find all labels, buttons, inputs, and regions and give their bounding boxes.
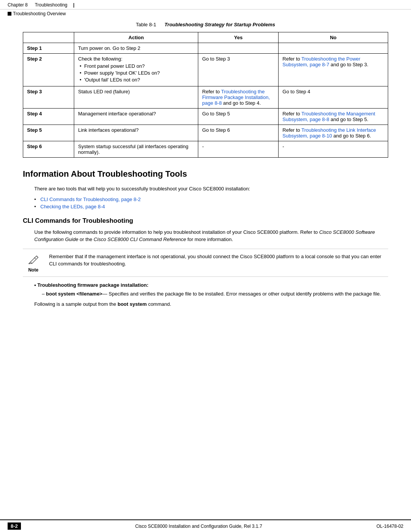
step3-no: Go to Step 4 [279,86,388,109]
list-item: 'Output fail' LEDs not on? [78,77,194,83]
step4-no-link[interactable]: Troubleshooting the Management Subsystem… [282,111,375,122]
table-row: Step 2 Check the following: Front panel … [23,54,388,86]
page-footer: 8-2 Cisco SCE8000 Installation and Confi… [0,519,411,532]
note-box: Note Remember that if the management int… [23,249,388,277]
table-row: Step 1 Turn power on. Go to Step 2 [23,43,388,54]
cli-ref1: Cisco SCE8000 Software Configuration Gui… [34,229,375,243]
info-intro: There are two tools that will help you t… [34,185,388,193]
step1-action: Turn power on. Go to Step 2 [74,43,198,54]
list-item: CLI Commands for Troubleshooting, page 8… [34,197,388,202]
dash-item: boot system <filename>— Specifies and ve… [42,290,388,298]
note-label: Note [28,267,38,273]
sample-output-text: Following is a sample output from the bo… [34,300,388,308]
firmware-bullet-heading: Troubleshooting firmware package install… [34,282,388,288]
step-label: Step 5 [27,127,42,133]
breadcrumb: Troubleshooting Overview [0,10,411,18]
step5-no-link[interactable]: Troubleshooting the Link Interface Subsy… [282,127,376,139]
info-link-leds[interactable]: Checking the LEDs, page 8-4 [40,204,105,209]
col-header-no: No [279,32,388,43]
step-label: Step 3 [27,89,42,94]
list-item: Checking the LEDs, page 8-4 [34,204,388,209]
table-row: Step 5 Link interfaces operational? Go t… [23,125,388,141]
cli-ref2: Cisco SCE8000 CLI Command Reference [94,236,186,242]
cli-section-heading: CLI Commands for Troubleshooting [23,217,388,225]
list-item: Power supply 'Input OK' LEDs on? [78,70,194,76]
list-item: Front panel power LED on? [78,63,194,69]
table-row: Step 3 Status LED red (failure) Refer to… [23,86,388,109]
step-label: Step 6 [27,144,42,149]
note-text: Remember that if the management interfac… [49,253,388,268]
col-header-action: Action [74,32,198,43]
step3-yes: Refer to Troubleshooting the Firmware Pa… [198,86,279,109]
step6-action: System startup successful (all interface… [74,141,198,158]
page-header: Chapter 8 Troubleshooting | [0,0,411,10]
chapter-title: Troubleshooting [35,2,67,8]
step2-yes: Go to Step 3 [198,54,279,86]
footer-right-text: OL-16478-02 [376,524,403,529]
step4-yes: Go to Step 5 [198,109,279,125]
step2-bullets: Front panel power LED on? Power supply '… [78,63,194,83]
table-header-row: Action Yes No [23,32,388,43]
table-title-text: Troubleshooting Strategy for Startup Pro… [164,22,275,27]
boot-system-cmd: boot system [118,301,147,307]
table-row: Step 4 Management interface operational?… [23,109,388,125]
step-label: Step 4 [27,111,42,117]
footer-page-number: 8-2 [8,522,21,530]
step-label: Step 2 [27,56,42,62]
breadcrumb-icon [8,12,11,16]
step2-no: Refer to Troubleshooting the Power Subsy… [279,54,388,86]
header-pipe: | [73,2,74,8]
step2-action: Check the following: Front panel power L… [74,54,198,86]
col-header-yes: Yes [198,32,279,43]
main-content: Table 8-1 Troubleshooting Strategy for S… [0,18,411,319]
troubleshooting-table: Action Yes No Step 1 Turn power on. Go t… [23,32,388,158]
step3-yes-link[interactable]: Troubleshooting the Firmware Package Ins… [202,89,270,106]
info-link-cli[interactable]: CLI Commands for Troubleshooting, page 8… [40,197,141,202]
dash-cmd: boot system <filename> [46,291,102,297]
info-bullets: CLI Commands for Troubleshooting, page 8… [34,197,388,209]
step4-action: Management interface operational? [74,109,198,125]
chapter-info: Chapter 8 Troubleshooting | [8,2,75,8]
cli-body-text: Use the following commands to provide in… [34,228,388,243]
step1-no [279,43,388,54]
step5-action: Link interfaces operational? [74,125,198,141]
step6-no: - [279,141,388,158]
step-label: Step 1 [27,45,42,51]
info-section-heading: Information About Troubleshooting Tools [23,169,388,179]
breadcrumb-text: Troubleshooting Overview [13,11,66,16]
table-caption: Table 8-1 Troubleshooting Strategy for S… [23,22,388,27]
note-icon [27,253,40,267]
note-icon-area: Note [23,253,44,273]
chapter-label: Chapter 8 [8,2,28,8]
step1-yes [198,43,279,54]
col-header-step [23,32,74,43]
step3-action: Status LED red (failure) [74,86,198,109]
table-row: Step 6 System startup successful (all in… [23,141,388,158]
step5-yes: Go to Step 6 [198,125,279,141]
step2-no-link[interactable]: Troubleshooting the Power Subsystem, pag… [282,56,360,67]
footer-center-text: Cisco SCE8000 Installation and Configura… [29,524,369,529]
table-number: Table 8-1 [136,22,156,27]
firmware-bullet-label: Troubleshooting firmware package install… [37,282,148,288]
step4-no: Refer to Troubleshooting the Management … [279,109,388,125]
step5-no: Refer to Troubleshooting the Link Interf… [279,125,388,141]
step6-yes: - [198,141,279,158]
